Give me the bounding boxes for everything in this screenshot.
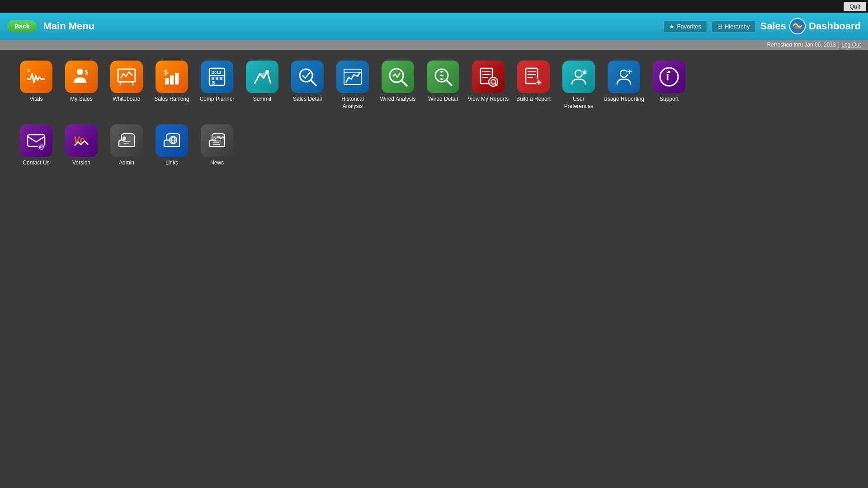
wired-detail-icon	[432, 66, 454, 88]
news-label: News	[210, 160, 224, 167]
wired-analysis-label: Wired Analysis	[380, 96, 416, 103]
svg-point-2	[77, 69, 83, 75]
refresh-text: Refreshed thru Jan 06, 2013 |	[767, 42, 839, 48]
news-icon: NEWS	[206, 129, 228, 152]
back-button[interactable]: Back	[7, 20, 37, 32]
svg-rect-10	[175, 73, 179, 84]
build-a-report-label: Build a Report	[516, 96, 551, 103]
icon-version[interactable]: Vc Version	[59, 121, 104, 170]
icon-vitals[interactable]: $ Vitals	[14, 57, 59, 113]
svg-line-27	[446, 80, 452, 85]
comp-planner-icon: 2013 $	[206, 66, 228, 88]
support-label: Support	[660, 96, 679, 103]
icon-build-a-report[interactable]: Build a Report	[511, 57, 556, 113]
contact-us-icon-box: @	[20, 124, 52, 157]
icon-admin[interactable]: Admin	[104, 121, 149, 170]
svg-rect-15	[216, 77, 218, 80]
whiteboard-label: Whiteboard	[113, 96, 140, 103]
hierarchy-label: Hierarchy	[725, 23, 750, 30]
svg-point-49	[575, 70, 582, 77]
dashboard-label: Dashboard	[809, 20, 861, 32]
build-a-report-icon	[522, 66, 545, 88]
brand: Sales Dashboard	[760, 18, 861, 35]
links-icon-box	[156, 124, 188, 157]
view-my-reports-label: View My Reports	[468, 96, 509, 103]
wired-analysis-icon-box	[382, 61, 414, 93]
svg-point-19	[265, 70, 269, 74]
icon-whiteboard[interactable]: Whiteboard	[104, 57, 149, 113]
icon-view-my-reports[interactable]: View My Reports	[466, 57, 511, 113]
icon-support[interactable]: i Support	[646, 57, 692, 113]
icon-news[interactable]: NEWS News	[194, 121, 240, 170]
user-preferences-icon	[567, 66, 590, 88]
icon-my-sales[interactable]: $ My Sales	[59, 57, 104, 113]
star-icon: ★	[669, 23, 675, 30]
svg-line-25	[402, 81, 407, 86]
svg-rect-68	[213, 141, 221, 141]
vitals-label: Vitals	[29, 96, 42, 103]
build-a-report-icon-box	[517, 61, 550, 93]
summit-label: Summit	[253, 96, 272, 103]
icon-links[interactable]: Links	[149, 121, 194, 170]
icons-row2: @ Contact Us Vc Version Admin	[0, 121, 868, 170]
wired-detail-icon-box	[427, 61, 459, 93]
svg-rect-70	[213, 144, 220, 145]
favorites-button[interactable]: ★ Favorites	[663, 20, 707, 33]
admin-icon	[115, 129, 138, 152]
icon-wired-analysis[interactable]: Wired Analysis	[375, 57, 420, 113]
support-icon-box: i	[653, 61, 685, 93]
svg-text:$: $	[212, 80, 215, 85]
historical-analysis-icon	[341, 66, 364, 88]
icon-contact-us[interactable]: @ Contact Us	[14, 121, 59, 170]
refresh-bar: Refreshed thru Jan 06, 2013 | Log Out	[0, 40, 868, 50]
svg-rect-63	[123, 141, 131, 142]
whiteboard-icon	[115, 66, 138, 88]
icon-summit[interactable]: Summit	[240, 57, 285, 113]
svg-rect-64	[123, 143, 129, 144]
quit-button[interactable]: Quit	[844, 2, 866, 11]
icon-wired-detail[interactable]: Wired Detail	[420, 57, 466, 113]
sales-detail-label: Sales Detail	[293, 96, 322, 103]
admin-icon-box	[110, 124, 143, 157]
svg-point-62	[123, 136, 126, 140]
wired-analysis-icon	[387, 66, 409, 88]
svg-rect-9	[170, 75, 174, 84]
summit-icon-box	[246, 61, 278, 93]
svg-text:NEWS: NEWS	[213, 136, 226, 140]
icon-historical-analysis[interactable]: Historical Analysis	[330, 57, 375, 113]
sales-detail-icon-box	[291, 61, 324, 93]
svg-rect-8	[165, 78, 169, 84]
svg-point-51	[620, 70, 627, 77]
icon-usage-reporting[interactable]: Usage Reporting	[601, 57, 646, 113]
icon-comp-planner[interactable]: 2013 $ Comp Planner	[194, 57, 240, 113]
my-sales-icon-box: $	[65, 61, 98, 93]
usage-reporting-label: Usage Reporting	[604, 96, 644, 103]
icon-user-preferences[interactable]: User Preferences	[556, 57, 601, 113]
version-label: Version	[72, 160, 90, 167]
vitals-icon: $	[25, 66, 47, 88]
svg-line-21	[311, 80, 316, 85]
sales-ranking-icon-box: $	[156, 61, 188, 93]
icon-sales-ranking[interactable]: $ Sales Ranking	[149, 57, 194, 113]
icon-sales-detail[interactable]: Sales Detail	[285, 57, 330, 113]
news-icon-box: NEWS	[201, 124, 233, 157]
favorites-label: Favorites	[677, 23, 701, 30]
main-menu-title: Main Menu	[43, 20, 94, 32]
version-icon-box: Vc	[65, 124, 98, 157]
links-label: Links	[165, 160, 178, 167]
hierarchy-button[interactable]: ⊞ Hierarchy	[712, 20, 756, 33]
links-icon	[160, 129, 183, 152]
historical-analysis-icon-box	[336, 61, 369, 93]
icons-container: $ Vitals $ My Sales Whiteboard	[0, 50, 868, 121]
svg-point-57	[668, 71, 670, 73]
svg-text:2013: 2013	[212, 70, 221, 75]
usage-reporting-icon	[613, 66, 635, 88]
svg-text:@: @	[39, 144, 44, 150]
logout-link[interactable]: Log Out	[841, 42, 861, 48]
header: Back Main Menu ★ Favorites ⊞ Hierarchy S…	[0, 13, 868, 40]
sales-detail-icon	[296, 66, 319, 88]
svg-text:$: $	[28, 68, 30, 73]
view-my-reports-icon-box	[472, 61, 505, 93]
wired-detail-label: Wired Detail	[428, 96, 458, 103]
svg-text:$: $	[164, 69, 168, 76]
